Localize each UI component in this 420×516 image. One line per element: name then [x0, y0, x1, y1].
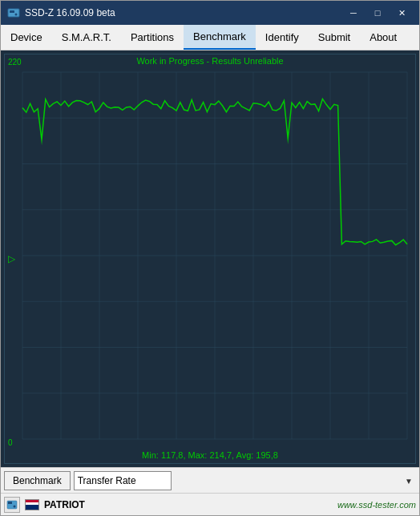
menu-bar: Device S.M.A.R.T. Partitions Benchmark I… — [1, 25, 419, 50]
chart-y-min: 0 — [8, 438, 13, 447]
menu-partitions[interactable]: Partitions — [121, 25, 184, 50]
benchmark-canvas — [5, 54, 415, 463]
app-icon — [7, 6, 20, 19]
minimize-button[interactable]: ─ — [342, 5, 365, 21]
svg-rect-1 — [10, 10, 14, 13]
play-icon: ▷ — [8, 253, 15, 264]
svg-point-2 — [15, 14, 18, 16]
svg-point-5 — [14, 505, 16, 507]
benchmark-chart-container: Work in Progress - Results Unreliable 22… — [4, 54, 416, 464]
chart-y-max: 220 — [8, 58, 22, 67]
main-window: SSD-Z 16.09.09 beta ─ □ ✕ Device S.M.A.R… — [0, 0, 420, 516]
svg-rect-4 — [8, 502, 12, 504]
title-bar: SSD-Z 16.09.09 beta ─ □ ✕ — [1, 1, 419, 25]
dropdown-wrapper: Transfer Rate 4K Random Read 4K Random W… — [74, 471, 416, 490]
title-controls: ─ □ ✕ — [342, 5, 413, 21]
menu-about[interactable]: About — [360, 25, 406, 50]
drive-name: PATRIOT — [44, 499, 85, 510]
website-url: www.ssd-tester.com — [337, 500, 416, 510]
window-title: SSD-Z 16.09.09 beta — [25, 7, 115, 18]
chart-area: Work in Progress - Results Unreliable 22… — [1, 50, 419, 467]
menu-identify[interactable]: Identify — [256, 25, 309, 50]
menu-benchmark[interactable]: Benchmark — [184, 25, 256, 50]
close-button[interactable]: ✕ — [390, 5, 413, 21]
menu-smart[interactable]: S.M.A.R.T. — [52, 25, 121, 50]
dropdown-arrow-icon: ▼ — [405, 476, 413, 485]
transfer-rate-dropdown[interactable]: Transfer Rate 4K Random Read 4K Random W… — [74, 471, 172, 490]
title-bar-left: SSD-Z 16.09.09 beta — [7, 6, 115, 19]
status-drive-icon — [4, 497, 20, 513]
maximize-button[interactable]: □ — [366, 5, 389, 21]
benchmark-button[interactable]: Benchmark — [4, 471, 71, 490]
bottom-controls: Benchmark Transfer Rate 4K Random Read 4… — [1, 467, 419, 493]
chart-title: Work in Progress - Results Unreliable — [136, 56, 283, 66]
menu-submit[interactable]: Submit — [309, 25, 360, 50]
status-left: PATRIOT — [4, 497, 85, 513]
menu-device[interactable]: Device — [1, 25, 52, 50]
country-flag — [25, 499, 39, 510]
status-bar: PATRIOT www.ssd-tester.com — [1, 493, 419, 515]
chart-stats: Min: 117,8, Max: 214,7, Avg: 195,8 — [142, 450, 278, 460]
